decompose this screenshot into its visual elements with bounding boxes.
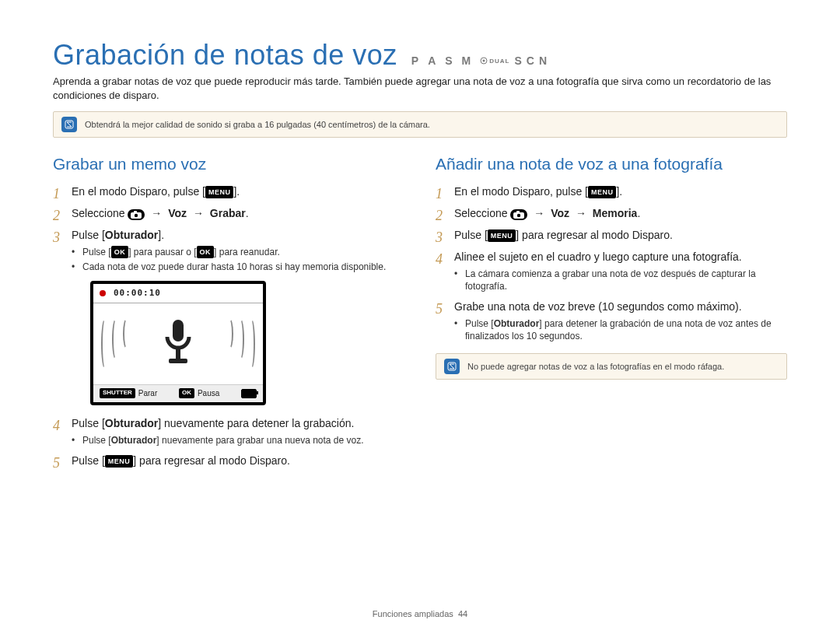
sound-wave-right-icon [226, 318, 255, 370]
menu-button-label: MENU [588, 186, 617, 198]
footer-section: Funciones ampliadas [373, 609, 453, 618]
ok-pill: OK [179, 388, 194, 398]
mode-m: M [462, 54, 476, 67]
mode-a: A [428, 54, 440, 67]
sound-wave-left-icon [101, 318, 131, 370]
left-step-4-bullet-1: Pulse [Obturador] nuevamente para grabar… [72, 434, 404, 447]
menu-button-label: MENU [205, 186, 234, 198]
right-step-5: Grabe una nota de voz breve (10 segundos… [436, 299, 787, 342]
right-step-1: En el modo Disparo, pulse [MENU]. [436, 184, 787, 199]
ok-button-label: OK [197, 246, 215, 258]
page-title: Grabación de notas de voz [53, 39, 397, 72]
svg-point-11 [517, 214, 520, 217]
lcd-stop-group: SHUTTER Parar [100, 388, 157, 399]
lcd-pause-group: OK Pausa [179, 388, 219, 399]
ok-button-label: OK [111, 246, 129, 258]
record-indicator-icon [100, 290, 106, 296]
info-callout-bottom: No puede agregar notas de voz a las foto… [436, 353, 787, 380]
camera-icon [128, 209, 145, 220]
svg-point-5 [135, 214, 138, 217]
svg-point-1 [483, 60, 485, 62]
right-step-3: Pulse [MENU] para regresar al modo Dispa… [436, 228, 787, 243]
left-step-1: En el modo Disparo, pulse [MENU]. [53, 184, 404, 199]
shutter-pill: SHUTTER [100, 388, 135, 398]
mode-p: P [411, 54, 423, 67]
svg-rect-7 [176, 348, 180, 359]
right-step-4-bullet-1: La cámara comienza a grabar una nota de … [454, 268, 787, 292]
left-step-5: Pulse [MENU] para regresar al modo Dispa… [53, 454, 404, 468]
mode-dual: DUAL [480, 57, 509, 65]
info-callout-top: Obtendrá la mejor calidad de sonido si g… [53, 111, 787, 138]
right-column-title: Añadir una nota de voz a una fotografía [436, 155, 787, 173]
svg-rect-6 [173, 320, 184, 342]
left-column-title: Grabar un memo voz [53, 155, 404, 173]
page-footer: Funciones ampliadas 44 [0, 609, 840, 618]
lcd-pause-label: Pausa [198, 388, 219, 399]
right-column: Añadir una nota de voz a una fotografía … [436, 155, 787, 475]
lcd-stop-label: Parar [138, 388, 157, 399]
left-column: Grabar un memo voz En el modo Disparo, p… [53, 155, 404, 475]
left-step-3: Pulse [Obturador]. Pulse [OK] para pausa… [53, 228, 404, 405]
info-icon [444, 359, 460, 374]
left-step-2: Seleccione → Voz → Grabar. [53, 206, 404, 221]
left-step-3-bullet-2: Cada nota de voz puede durar hasta 10 ho… [72, 261, 404, 273]
right-step-2: Seleccione → Voz → Memoria. [436, 206, 787, 221]
mode-s: S [445, 54, 457, 67]
svg-rect-8 [169, 359, 187, 363]
intro-text: Aprenda a grabar notas de voz que puede … [53, 75, 787, 102]
battery-icon [241, 389, 257, 398]
left-step-3-bullet-1: Pulse [OK] para pausar o [OK] para reanu… [72, 246, 404, 258]
mode-scn: SCN [514, 54, 551, 67]
footer-page: 44 [458, 609, 467, 618]
left-step-4: Pulse [Obturador] nuevamente para detene… [53, 416, 404, 447]
menu-button-label: MENU [488, 229, 516, 242]
svg-rect-10 [516, 211, 520, 213]
info-text: Obtendrá la mejor calidad de sonido si g… [85, 120, 430, 129]
microphone-icon [159, 318, 197, 370]
lcd-illustration: 00:00:10 [90, 281, 266, 405]
info-icon [61, 117, 77, 132]
menu-button-label: MENU [105, 455, 134, 468]
right-step-4: Alinee el sujeto en el cuadro y luego ca… [436, 250, 787, 292]
info-text-bottom: No puede agregar notas de voz a las foto… [467, 362, 724, 371]
right-step-5-bullet-1: Pulse [Obturador] para detener la grabac… [454, 317, 787, 342]
camera-icon [510, 209, 527, 220]
svg-rect-4 [134, 211, 137, 213]
recording-timer: 00:00:10 [114, 288, 161, 299]
mode-indicator: P A S M DUAL SCN [411, 54, 551, 67]
